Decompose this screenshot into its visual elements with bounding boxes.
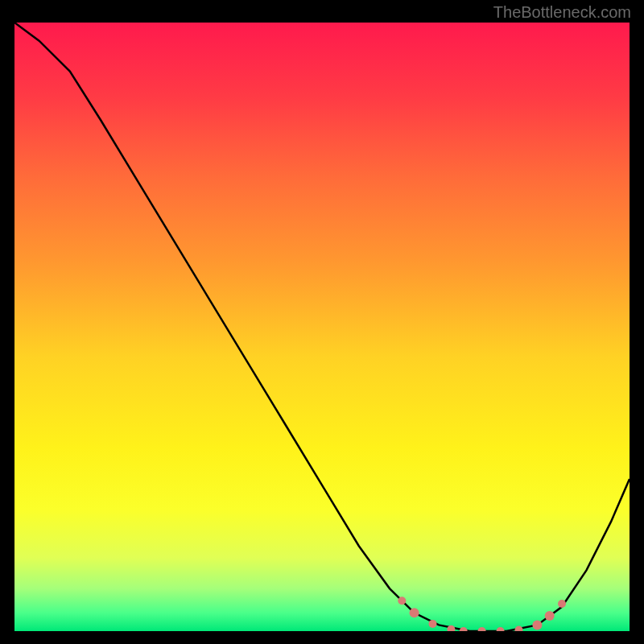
watermark-text: TheBottleneck.com bbox=[493, 3, 631, 22]
chart-plot bbox=[14, 23, 630, 631]
marker-point bbox=[429, 620, 437, 628]
marker-point bbox=[398, 597, 406, 605]
marker-point bbox=[545, 611, 555, 621]
marker-point bbox=[532, 620, 542, 630]
chart-background bbox=[14, 23, 630, 631]
marker-point bbox=[410, 608, 419, 617]
marker-point bbox=[558, 600, 566, 608]
chart-svg bbox=[14, 23, 630, 631]
